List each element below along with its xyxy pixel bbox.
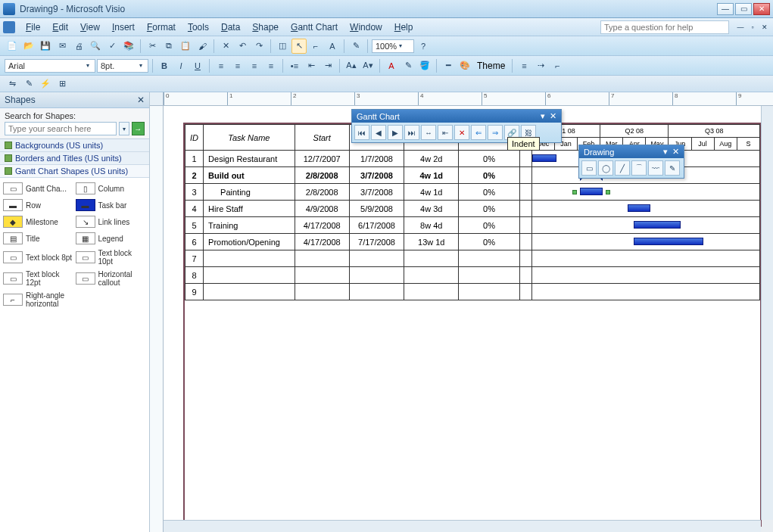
menu-tools[interactable]: Tools <box>182 20 215 34</box>
arc-tool-button[interactable]: ⌒ <box>631 160 647 176</box>
gantt-promote-button[interactable]: ⇒ <box>488 125 503 140</box>
gantt-outdent-button[interactable]: ⇤ <box>438 125 453 140</box>
help-button[interactable]: ? <box>416 39 431 54</box>
mail-button[interactable]: ✉ <box>55 39 70 54</box>
gantt-toolbar-dropdown-icon[interactable]: ▾ <box>541 111 545 121</box>
gantt-task-cell[interactable]: Training <box>204 217 295 234</box>
gantt-duration-cell[interactable]: 4w 1d <box>404 167 459 184</box>
increase-indent-button[interactable]: ⇥ <box>320 58 335 73</box>
flip-h-button[interactable]: ⇋ <box>5 76 20 92</box>
new-button[interactable]: 📄 <box>5 39 20 54</box>
menu-edit[interactable]: Edit <box>46 20 74 34</box>
snap-button[interactable]: ⊞ <box>55 76 70 92</box>
menu-gantt-chart[interactable]: Gantt Chart <box>285 20 344 34</box>
gantt-next-button[interactable]: ▶ <box>388 125 403 140</box>
gantt-duration-cell[interactable]: 8w 4d <box>404 217 459 234</box>
gantt-row[interactable]: 6Promotion/Opening4/17/20087/17/200813w … <box>185 234 760 250</box>
gantt-start-cell[interactable]: 4/17/2008 <box>295 217 349 234</box>
line-ends-button[interactable]: ⇢ <box>533 58 548 73</box>
link-handle-icon[interactable] <box>572 190 577 194</box>
menu-shape[interactable]: Shape <box>246 20 285 34</box>
gantt-row[interactable]: 7 <box>185 250 760 267</box>
gantt-bar[interactable] <box>628 204 650 212</box>
gantt-finish-cell[interactable] <box>349 250 404 267</box>
shapes-search-dropdown[interactable]: ▾ <box>119 122 129 135</box>
open-button[interactable]: 📂 <box>21 39 36 54</box>
save-button[interactable]: 💾 <box>38 39 53 54</box>
shape-item[interactable]: ▭Horizontal callout <box>76 270 147 287</box>
align-justify-button[interactable]: ≡ <box>263 58 279 73</box>
gantt-bar[interactable] <box>580 188 603 195</box>
gantt-task-cell[interactable]: Build out <box>204 167 295 184</box>
maximize-button[interactable]: ▭ <box>735 3 752 15</box>
gantt-delete-task-button[interactable]: ✕ <box>454 125 469 140</box>
gantt-start-cell[interactable]: 2/8/2008 <box>295 184 349 201</box>
shape-item[interactable]: ▭Gantt Cha... <box>3 182 74 194</box>
stencil-item[interactable]: Gantt Chart Shapes (US units) <box>0 165 149 178</box>
undo-button[interactable]: ↶ <box>235 39 250 54</box>
gantt-complete-cell[interactable]: 0% <box>459 201 519 217</box>
drawing-toolbar-dropdown-icon[interactable]: ▾ <box>663 147 668 157</box>
gantt-row[interactable]: 9 <box>185 284 760 300</box>
gantt-start-cell[interactable]: 2/8/2008 <box>295 167 349 184</box>
align-center-button[interactable]: ≡ <box>230 58 245 73</box>
gantt-bar[interactable] <box>634 221 681 229</box>
gantt-finish-cell[interactable] <box>349 284 404 300</box>
gantt-complete-cell[interactable]: 0% <box>459 234 519 250</box>
gantt-timeline-cell[interactable] <box>531 250 759 267</box>
menu-data[interactable]: Data <box>215 20 246 34</box>
shapes-search-input[interactable] <box>5 122 117 135</box>
gantt-complete-cell[interactable]: 0% <box>459 151 519 167</box>
zoom-combo[interactable]: 100%▾ <box>372 39 414 53</box>
gantt-finish-cell[interactable]: 3/7/2008 <box>349 167 404 184</box>
underline-button[interactable]: U <box>190 58 205 73</box>
pointer-tool-button[interactable]: ↖ <box>291 39 307 54</box>
pencil-tool-button[interactable]: ✎ <box>665 160 680 176</box>
gantt-last-button[interactable]: ⏭ <box>404 125 419 140</box>
gantt-complete-cell[interactable]: 0% <box>459 184 519 201</box>
spelling-button[interactable]: ✓ <box>104 39 120 54</box>
redo-button[interactable]: ↷ <box>251 39 266 54</box>
font-color-button[interactable]: A <box>384 58 399 73</box>
line-tool-button[interactable]: ╱ <box>615 160 630 176</box>
gantt-prev-button[interactable]: ◀ <box>371 125 386 140</box>
app-menu-icon[interactable] <box>3 21 15 33</box>
freeform-tool-button[interactable]: 〰 <box>648 160 663 176</box>
gantt-finish-cell[interactable]: 6/17/2008 <box>349 217 404 234</box>
gantt-finish-cell[interactable]: 5/9/2008 <box>349 201 404 217</box>
corner-style-button[interactable]: ⌐ <box>550 58 565 73</box>
gantt-duration-cell[interactable]: 13w 1d <box>404 234 459 250</box>
paste-button[interactable]: 📋 <box>178 39 193 54</box>
gantt-finish-cell[interactable] <box>349 267 404 284</box>
gantt-finish-cell[interactable]: 1/7/2008 <box>349 151 404 167</box>
drawing-canvas[interactable]: IDTask NameStartFinishDuration% Complete… <box>164 106 761 520</box>
shape-item[interactable]: ▤Title <box>3 232 74 244</box>
reviewing-button[interactable]: ✎ <box>21 76 36 92</box>
gantt-timeline-cell[interactable] <box>531 201 759 217</box>
fill-color-button[interactable]: 🪣 <box>417 58 432 73</box>
shape-item[interactable]: ▬Task bar <box>76 199 147 211</box>
gantt-row[interactable]: 4Hire Staff4/9/20085/9/20084w 3d0% <box>185 201 760 217</box>
doc-restore-button[interactable]: ▫ <box>747 22 758 33</box>
gantt-start-cell[interactable] <box>295 250 349 267</box>
font-size-down-button[interactable]: A▾ <box>360 58 376 73</box>
gantt-task-cell[interactable]: Design Restaurant <box>204 151 295 167</box>
shape-item[interactable]: ▭Text block 8pt <box>3 249 74 266</box>
gantt-duration-cell[interactable] <box>404 284 459 300</box>
gantt-duration-cell[interactable]: 4w 3d <box>404 201 459 217</box>
shape-item[interactable]: ▯Column <box>76 182 147 194</box>
minimize-button[interactable]: — <box>717 3 734 15</box>
menu-view[interactable]: View <box>74 20 106 34</box>
gantt-finish-cell[interactable]: 3/7/2008 <box>349 184 404 201</box>
shape-item[interactable]: ↘Link lines <box>76 216 147 228</box>
gantt-duration-cell[interactable]: 4w 2d <box>404 151 459 167</box>
gantt-task-cell[interactable]: Hire Staff <box>204 201 295 217</box>
close-button[interactable]: ✕ <box>753 3 770 15</box>
gantt-duration-cell[interactable]: 4w 1d <box>404 184 459 201</box>
shape-item[interactable]: ▭Text block 10pt <box>76 249 147 266</box>
shapes-pane-close-icon[interactable]: ✕ <box>137 95 145 105</box>
gantt-timeline-cell[interactable] <box>531 184 759 201</box>
gantt-row[interactable]: 3Painting2/8/20083/7/20084w 1d0% <box>185 184 760 201</box>
gantt-indent-button[interactable]: ⇐ <box>471 125 486 140</box>
text-tool-button[interactable]: A <box>325 39 340 54</box>
